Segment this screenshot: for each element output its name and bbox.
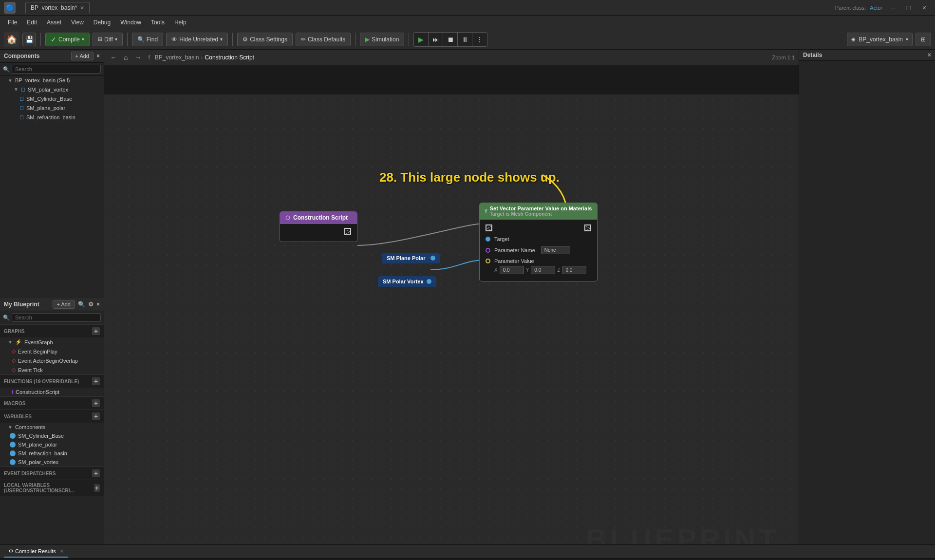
left-panel: Components + Add × 🔍 ▼ BP_vortex_basin (… xyxy=(0,50,104,544)
set-vector-exec-out-pin[interactable]: ▷ xyxy=(584,224,591,231)
self-label: BP_vortex_basin (Self) xyxy=(15,77,70,83)
target-in-pin[interactable] xyxy=(486,237,490,242)
components-search-input[interactable] xyxy=(12,65,101,74)
set-vector-node[interactable]: f Set Vector Parameter Value on Material… xyxy=(479,203,598,281)
canvas-forward-button[interactable]: → xyxy=(132,53,143,62)
functions-section[interactable]: FUNCTIONS (19 OVERRIDABLE) + xyxy=(0,374,104,388)
parent-class-value[interactable]: Actor xyxy=(870,5,882,11)
components-header-controls: + Add × xyxy=(71,52,100,60)
class-settings-button[interactable]: ⚙ Class Settings xyxy=(237,33,293,46)
main-tab-close-icon[interactable]: × xyxy=(80,4,84,12)
step-button[interactable]: ⏭ xyxy=(429,33,443,46)
param-name-input[interactable] xyxy=(541,246,570,254)
maximize-button[interactable]: □ xyxy=(902,1,916,15)
macros-section[interactable]: MACROS + xyxy=(0,396,104,410)
construction-exec-out-pin[interactable]: ▷ xyxy=(344,228,351,235)
canvas-home-button[interactable]: ⌂ xyxy=(122,53,130,62)
event-actor-overlap-item[interactable]: ◇ Event ActorBeginOverlap xyxy=(0,356,104,365)
minimize-button[interactable]: ─ xyxy=(886,1,900,15)
menu-edit[interactable]: Edit xyxy=(23,18,41,27)
sm-plane-out-pin[interactable] xyxy=(430,256,435,261)
param-value-in-pin[interactable] xyxy=(486,259,490,263)
close-button[interactable]: × xyxy=(917,1,931,15)
stop-button[interactable]: ⏹ xyxy=(443,33,458,46)
var-sm-refraction[interactable]: SM_refraction_basin xyxy=(0,449,104,458)
var-sm-cylinder[interactable]: SM_Cylinder_Base xyxy=(0,431,104,440)
sm-polar-vortex-node[interactable]: SM Polar Vortex xyxy=(378,276,436,287)
sm-plane-polar-node[interactable]: SM Plane Polar xyxy=(382,253,440,263)
hide-unrelated-button[interactable]: 👁 Hide Unrelated ▾ xyxy=(166,33,228,46)
main-tab-label: BP_vortex_basin* xyxy=(31,4,77,11)
home-icon[interactable]: 🏠 xyxy=(4,32,19,47)
dispatchers-add-icon[interactable]: + xyxy=(92,469,100,477)
components-close-icon[interactable]: × xyxy=(96,53,100,59)
components-plane-polar[interactable]: ◻ SM_plane_polar xyxy=(0,103,104,112)
menu-debug[interactable]: Debug xyxy=(90,18,114,27)
compile-button[interactable]: ✓ Compile ▾ xyxy=(45,33,90,46)
variables-add-icon[interactable]: + xyxy=(92,412,100,420)
x-input[interactable] xyxy=(500,266,524,274)
local-variables-section[interactable]: LOCAL VARIABLES (USERCONSTRUCTIONSCRI...… xyxy=(0,480,104,496)
local-vars-add-icon[interactable]: + xyxy=(94,484,100,492)
bp-action-button[interactable]: ⊞ xyxy=(916,33,931,46)
my-blueprint-search-toggle-icon[interactable]: 🔍 xyxy=(78,301,85,308)
save-icon[interactable]: 💾 xyxy=(22,33,36,46)
var-cylinder-dot xyxy=(10,433,16,439)
find-label: Find xyxy=(147,36,158,43)
y-input[interactable] xyxy=(531,266,555,274)
event-graph-item[interactable]: ▼ ⚡ EventGraph xyxy=(0,337,104,347)
breadcrumb-root[interactable]: BP_vortex_basin xyxy=(155,54,199,61)
var-refraction-label: SM_refraction_basin xyxy=(18,450,67,456)
menu-window[interactable]: Window xyxy=(116,18,145,27)
functions-add-icon[interactable]: + xyxy=(92,377,100,385)
construction-script-node[interactable]: ⬡ Construction Script ▷ xyxy=(280,211,357,242)
menu-file[interactable]: File xyxy=(4,18,21,27)
components-add-button[interactable]: + Add xyxy=(71,52,94,60)
my-blueprint-add-button[interactable]: + Add xyxy=(53,300,75,309)
components-self-item[interactable]: ▼ BP_vortex_basin (Self) xyxy=(0,76,104,85)
variables-section[interactable]: VARIABLES + xyxy=(0,410,104,423)
details-close-icon[interactable]: × xyxy=(928,52,931,58)
menu-view[interactable]: View xyxy=(67,18,88,27)
menu-tools[interactable]: Tools xyxy=(147,18,168,27)
set-vector-exec-in-pin[interactable]: ◁ xyxy=(486,224,492,231)
my-blueprint-close-icon[interactable]: × xyxy=(96,301,100,308)
pause-button[interactable]: ⏸ xyxy=(458,33,472,46)
target-row: Target xyxy=(486,236,591,242)
tab-compiler-results[interactable]: ⚙ Compiler Results × xyxy=(4,545,68,558)
event-dispatchers-section[interactable]: EVENT DISPATCHERS + xyxy=(0,467,104,480)
more-play-button[interactable]: ⋮ xyxy=(472,33,487,46)
variables-components-group[interactable]: ▼ Components xyxy=(0,423,104,431)
play-button[interactable]: ▶ xyxy=(414,33,429,46)
my-blueprint-search-input[interactable] xyxy=(12,313,101,322)
var-sm-polar-vortex[interactable]: SM_polar_vortex xyxy=(0,458,104,467)
components-refraction-basin[interactable]: ◻ SM_refraction_basin xyxy=(0,112,104,122)
components-cylinder-base[interactable]: ◻ SM_Cylinder_Base xyxy=(0,94,104,103)
menu-help[interactable]: Help xyxy=(170,18,190,27)
construction-script-fn-item[interactable]: f ConstructionScript xyxy=(0,388,104,396)
z-input[interactable] xyxy=(562,266,586,274)
sm-polar-vortex-out-pin[interactable] xyxy=(427,279,431,284)
macros-add-icon[interactable]: + xyxy=(92,399,100,407)
diff-icon: ⊞ xyxy=(98,36,102,42)
canvas-back-button[interactable]: ← xyxy=(108,53,119,62)
compiler-results-close-icon[interactable]: × xyxy=(60,547,64,555)
blueprint-selector[interactable]: ◉ BP_vortex_basin ▾ xyxy=(847,33,913,46)
details-panel-header: Details × xyxy=(799,50,935,61)
param-name-in-pin[interactable] xyxy=(486,248,490,253)
simulation-button[interactable]: ▶ Simulation xyxy=(360,33,404,46)
event-begin-play-item[interactable]: ◇ Event BeginPlay xyxy=(0,347,104,356)
blueprint-canvas[interactable]: BLUEPRINT 28. This large node shows up. … xyxy=(104,94,799,544)
my-blueprint-settings-icon[interactable]: ⚙ xyxy=(88,301,94,308)
components-sm-polar-vortex[interactable]: ▼ ◻ SM_polar_vortex xyxy=(0,85,104,94)
var-sm-plane[interactable]: SM_plane_polar xyxy=(0,440,104,449)
canvas-area: 📷 Viewport ⚡ Event Graph f Construction … xyxy=(104,50,799,544)
diff-button[interactable]: ⊞ Diff ▾ xyxy=(93,33,123,46)
find-button[interactable]: 🔍 Find xyxy=(132,33,163,46)
graphs-section[interactable]: GRAPHS + xyxy=(0,324,104,337)
graphs-add-icon[interactable]: + xyxy=(92,327,100,335)
main-tab[interactable]: BP_vortex_basin* × xyxy=(25,2,90,14)
event-tick-item[interactable]: ◇ Event Tick xyxy=(0,365,104,374)
class-defaults-button[interactable]: ✏ Class Defaults xyxy=(296,33,351,46)
menu-asset[interactable]: Asset xyxy=(43,18,65,27)
